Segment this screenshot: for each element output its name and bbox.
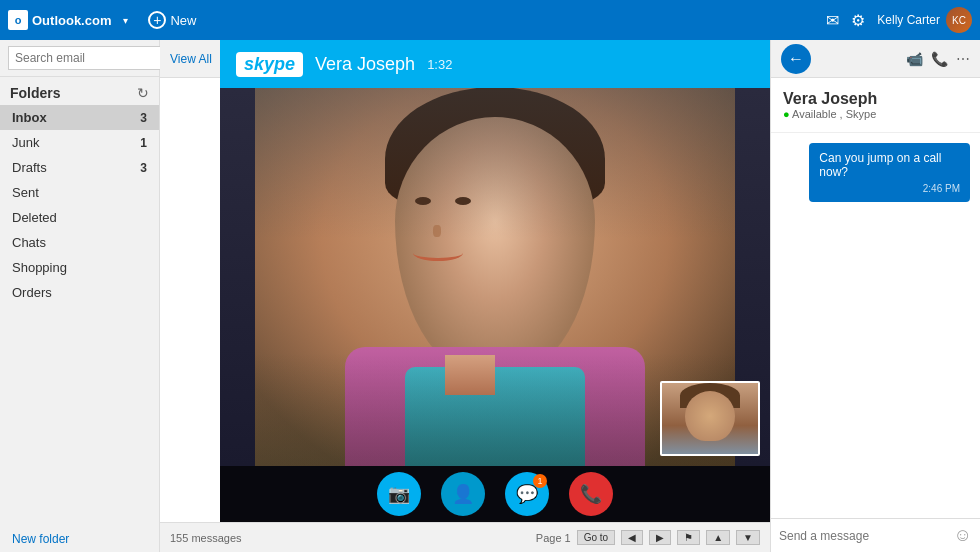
folder-name-orders: Orders <box>12 285 52 300</box>
next-page-button[interactable]: ▶ <box>649 530 671 545</box>
skype-caller-name: Vera Joseph <box>315 54 415 75</box>
skype-logo-area: skype <box>236 52 303 77</box>
chat-input[interactable] <box>779 529 948 543</box>
emoji-button[interactable]: ☺ <box>954 525 972 546</box>
message-time: 2:46 PM <box>819 183 960 194</box>
folders-title: Folders <box>10 85 61 101</box>
avatar: KC <box>946 7 972 33</box>
outlook-logo: o Outlook.com <box>8 10 111 30</box>
plus-circle-icon: + <box>148 11 166 29</box>
bookmark-button[interactable]: ⚑ <box>677 530 700 545</box>
more-options-button[interactable]: ⋯ <box>956 51 970 67</box>
camera-icon: 📷 <box>388 483 410 505</box>
people-button[interactable]: 👤 <box>441 472 485 516</box>
self-face-shape <box>685 391 735 441</box>
search-input[interactable] <box>8 46 172 70</box>
skype-controls: 📷 👤 💬 1 📞 <box>220 466 770 522</box>
folder-item-chats[interactable]: Chats <box>0 230 159 255</box>
user-name: Kelly Carter <box>877 13 940 27</box>
logo-letter: o <box>15 14 22 26</box>
top-navigation: o Outlook.com ▾ + New ✉ ⚙ Kelly Carter K… <box>0 0 980 40</box>
skype-top-bar: skype Vera Joseph 1:32 <box>220 40 770 88</box>
jacket-element <box>345 347 645 466</box>
skype-call-overlay: skype Vera Joseph 1:32 <box>220 40 770 522</box>
user-menu[interactable]: Kelly Carter KC <box>877 7 972 33</box>
skype-call-duration: 1:32 <box>427 57 452 72</box>
outlook-domain: Outlook.com <box>32 13 111 28</box>
new-folder-link[interactable]: New folder <box>0 526 159 552</box>
expand-button[interactable]: ▲ <box>706 530 730 545</box>
folder-item-deleted[interactable]: Deleted <box>0 205 159 230</box>
folder-item-orders[interactable]: Orders <box>0 280 159 305</box>
skype-logo-box: skype <box>236 52 303 77</box>
folder-badge-drafts: 3 <box>140 161 147 175</box>
folders-header: Folders ↻ <box>0 77 159 105</box>
settings-icon[interactable]: ⚙ <box>851 11 865 30</box>
chat-messages: Can you jump on a call now? 2:46 PM <box>771 133 980 518</box>
chat-notification-badge: 1 <box>533 474 547 488</box>
platform-name: Skype <box>846 108 877 120</box>
folder-name-chats: Chats <box>12 235 46 250</box>
contact-status: ● Available , Skype <box>783 108 968 120</box>
end-call-icon: 📞 <box>580 483 602 505</box>
sidebar: 🔍 Folders ↻ Inbox 3 Junk 1 Drafts 3 Sent <box>0 40 160 552</box>
logo-box: o <box>8 10 28 30</box>
email-footer-bar: 155 messages Page 1 Go to ◀ ▶ ⚑ ▲ ▼ <box>160 522 770 552</box>
self-preview-face <box>662 383 758 454</box>
view-all-link[interactable]: View All <box>170 52 212 66</box>
jacket-inner <box>405 367 585 466</box>
folder-name-sent: Sent <box>12 185 39 200</box>
contact-info: Vera Joseph ● Available , Skype <box>771 78 980 133</box>
folder-item-junk[interactable]: Junk 1 <box>0 130 159 155</box>
folder-name-inbox: Inbox <box>12 110 47 125</box>
skype-logo-text: skype <box>244 54 295 74</box>
status-text: Available <box>792 108 836 120</box>
chat-input-area: ☺ <box>771 518 980 552</box>
go-to-button[interactable]: Go to <box>577 530 615 545</box>
avatar-img: KC <box>946 7 972 33</box>
skype-video-area <box>220 88 770 466</box>
folder-name-junk: Junk <box>12 135 39 150</box>
search-bar: 🔍 <box>0 40 159 77</box>
footer-pagination: Page 1 Go to ◀ ▶ ⚑ ▲ ▼ <box>536 530 760 545</box>
chat-bubble: Can you jump on a call now? 2:46 PM <box>809 143 970 202</box>
refresh-icon[interactable]: ↻ <box>137 85 149 101</box>
folder-name-deleted: Deleted <box>12 210 57 225</box>
phone-call-button[interactable]: 📞 <box>931 51 948 67</box>
page-info: Page 1 <box>536 532 571 544</box>
folder-badge-inbox: 3 <box>140 111 147 125</box>
nav-right-area: ✉ ⚙ Kelly Carter KC <box>826 7 972 33</box>
video-call-button[interactable]: 📹 <box>906 51 923 67</box>
main-layout: 🔍 Folders ↻ Inbox 3 Junk 1 Drafts 3 Sent <box>0 40 980 552</box>
message-icon[interactable]: ✉ <box>826 11 839 30</box>
end-call-button[interactable]: 📞 <box>569 472 613 516</box>
right-panel-header: ← 📹 📞 ⋯ <box>771 40 980 78</box>
back-button[interactable]: ← <box>781 44 811 74</box>
folder-list: Inbox 3 Junk 1 Drafts 3 Sent Deleted Cha… <box>0 105 159 526</box>
folder-item-sent[interactable]: Sent <box>0 180 159 205</box>
new-button-label: New <box>170 13 196 28</box>
collapse-button[interactable]: ▼ <box>736 530 760 545</box>
people-icon: 👤 <box>452 483 474 505</box>
contact-name: Vera Joseph <box>783 90 968 108</box>
new-button[interactable]: + New <box>140 7 204 33</box>
messages-count: 155 messages <box>170 532 242 544</box>
status-dot: ● <box>783 108 792 120</box>
right-panel: ← 📹 📞 ⋯ Vera Joseph ● Available , Skype … <box>770 40 980 552</box>
folder-item-shopping[interactable]: Shopping <box>0 255 159 280</box>
folder-item-inbox[interactable]: Inbox 3 <box>0 105 159 130</box>
message-text: Can you jump on a call now? <box>819 151 960 179</box>
folder-item-drafts[interactable]: Drafts 3 <box>0 155 159 180</box>
video-toggle-button[interactable]: 📷 <box>377 472 421 516</box>
chat-button[interactable]: 💬 1 <box>505 472 549 516</box>
self-preview-video <box>660 381 760 456</box>
prev-page-button[interactable]: ◀ <box>621 530 643 545</box>
folder-name-shopping: Shopping <box>12 260 67 275</box>
nav-dropdown-chevron[interactable]: ▾ <box>119 13 132 28</box>
center-panel: View All Arrange by... ▲ skype Vera Jose… <box>160 40 770 552</box>
right-panel-actions: 📹 📞 ⋯ <box>906 51 970 67</box>
folder-name-drafts: Drafts <box>12 160 47 175</box>
folder-badge-junk: 1 <box>140 136 147 150</box>
